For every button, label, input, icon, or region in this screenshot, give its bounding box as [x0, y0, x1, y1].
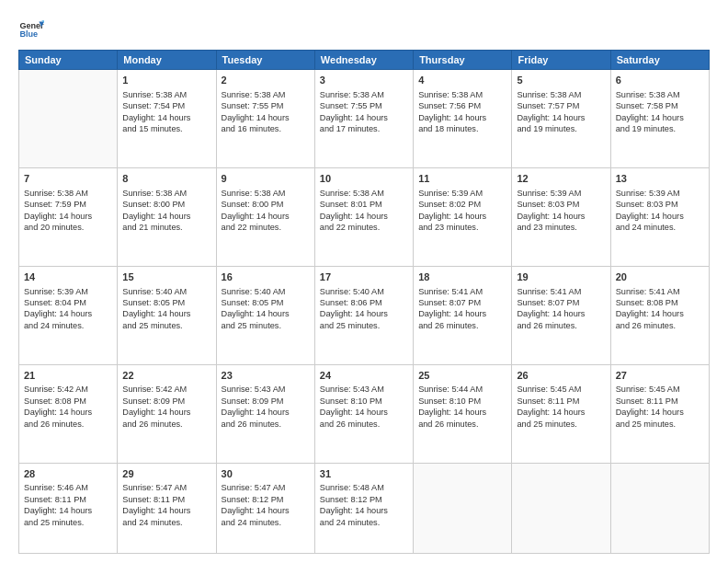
day-number: 6 — [616, 74, 704, 87]
calendar-week-3: 14Sunrise: 5:39 AM Sunset: 8:04 PM Dayli… — [19, 266, 710, 364]
day-info: Sunrise: 5:41 AM Sunset: 8:08 PM Dayligh… — [616, 286, 704, 332]
day-info: Sunrise: 5:38 AM Sunset: 7:55 PM Dayligh… — [222, 89, 310, 135]
day-info: Sunrise: 5:40 AM Sunset: 8:06 PM Dayligh… — [320, 286, 408, 332]
calendar-cell: 20Sunrise: 5:41 AM Sunset: 8:08 PM Dayli… — [610, 266, 709, 364]
day-info: Sunrise: 5:44 AM Sunset: 8:10 PM Dayligh… — [418, 384, 506, 430]
day-number: 2 — [222, 74, 310, 87]
day-info: Sunrise: 5:41 AM Sunset: 8:07 PM Dayligh… — [517, 286, 605, 332]
calendar-cell: 29Sunrise: 5:47 AM Sunset: 8:11 PM Dayli… — [118, 463, 216, 554]
calendar-cell: 13Sunrise: 5:39 AM Sunset: 8:03 PM Dayli… — [610, 167, 709, 266]
calendar-cell: 25Sunrise: 5:44 AM Sunset: 8:10 PM Dayli… — [414, 364, 512, 463]
day-number: 24 — [320, 369, 408, 383]
day-number: 5 — [517, 74, 605, 87]
calendar-cell: 8Sunrise: 5:38 AM Sunset: 8:00 PM Daylig… — [118, 167, 216, 266]
day-number: 13 — [616, 172, 704, 186]
day-number: 18 — [418, 270, 506, 284]
day-number: 29 — [122, 467, 210, 481]
day-info: Sunrise: 5:40 AM Sunset: 8:05 PM Dayligh… — [122, 286, 210, 332]
day-number: 28 — [24, 467, 112, 481]
calendar-cell: 11Sunrise: 5:39 AM Sunset: 8:02 PM Dayli… — [414, 167, 512, 266]
day-info: Sunrise: 5:47 AM Sunset: 8:11 PM Dayligh… — [122, 482, 210, 528]
calendar-cell: 5Sunrise: 5:38 AM Sunset: 7:57 PM Daylig… — [512, 70, 610, 168]
calendar-cell: 21Sunrise: 5:42 AM Sunset: 8:08 PM Dayli… — [19, 364, 118, 463]
day-info: Sunrise: 5:46 AM Sunset: 8:11 PM Dayligh… — [24, 482, 112, 528]
day-number: 4 — [418, 74, 506, 87]
day-number: 16 — [222, 270, 310, 284]
day-number: 11 — [418, 172, 506, 186]
day-number: 10 — [320, 172, 408, 186]
day-info: Sunrise: 5:43 AM Sunset: 8:10 PM Dayligh… — [320, 384, 408, 430]
day-number: 12 — [517, 172, 605, 186]
day-number: 20 — [616, 270, 704, 284]
calendar-week-5: 28Sunrise: 5:46 AM Sunset: 8:11 PM Dayli… — [19, 463, 710, 554]
day-info: Sunrise: 5:45 AM Sunset: 8:11 PM Dayligh… — [517, 384, 605, 430]
day-number: 9 — [222, 172, 310, 186]
calendar-cell: 3Sunrise: 5:38 AM Sunset: 7:55 PM Daylig… — [314, 70, 413, 168]
calendar-week-1: 1Sunrise: 5:38 AM Sunset: 7:54 PM Daylig… — [19, 70, 710, 168]
day-number: 3 — [320, 74, 408, 87]
calendar-cell: 1Sunrise: 5:38 AM Sunset: 7:54 PM Daylig… — [118, 70, 216, 168]
col-header-thursday: Thursday — [414, 51, 512, 70]
day-info: Sunrise: 5:42 AM Sunset: 8:09 PM Dayligh… — [122, 384, 210, 430]
calendar-cell: 7Sunrise: 5:38 AM Sunset: 7:59 PM Daylig… — [19, 167, 118, 266]
calendar-cell: 10Sunrise: 5:38 AM Sunset: 8:01 PM Dayli… — [314, 167, 413, 266]
calendar-cell: 23Sunrise: 5:43 AM Sunset: 8:09 PM Dayli… — [216, 364, 314, 463]
calendar-cell — [512, 463, 610, 554]
calendar-cell: 31Sunrise: 5:48 AM Sunset: 8:12 PM Dayli… — [314, 463, 413, 554]
day-info: Sunrise: 5:48 AM Sunset: 8:12 PM Dayligh… — [320, 482, 408, 528]
calendar-cell: 30Sunrise: 5:47 AM Sunset: 8:12 PM Dayli… — [216, 463, 314, 554]
day-number: 31 — [320, 467, 408, 481]
day-info: Sunrise: 5:38 AM Sunset: 7:55 PM Dayligh… — [320, 89, 408, 135]
col-header-saturday: Saturday — [610, 51, 709, 70]
day-info: Sunrise: 5:41 AM Sunset: 8:07 PM Dayligh… — [418, 286, 506, 332]
calendar-week-4: 21Sunrise: 5:42 AM Sunset: 8:08 PM Dayli… — [19, 364, 710, 463]
calendar-cell: 26Sunrise: 5:45 AM Sunset: 8:11 PM Dayli… — [512, 364, 610, 463]
calendar-cell — [610, 463, 709, 554]
day-number: 17 — [320, 270, 408, 284]
calendar-week-2: 7Sunrise: 5:38 AM Sunset: 7:59 PM Daylig… — [19, 167, 710, 266]
day-number: 14 — [24, 270, 112, 284]
day-number: 15 — [122, 270, 210, 284]
calendar-cell — [19, 70, 118, 168]
calendar-cell: 28Sunrise: 5:46 AM Sunset: 8:11 PM Dayli… — [19, 463, 118, 554]
day-number: 23 — [222, 369, 310, 383]
day-number: 22 — [122, 369, 210, 383]
day-number: 26 — [517, 369, 605, 383]
calendar-cell: 14Sunrise: 5:39 AM Sunset: 8:04 PM Dayli… — [19, 266, 118, 364]
col-header-tuesday: Tuesday — [216, 51, 314, 70]
calendar-cell: 4Sunrise: 5:38 AM Sunset: 7:56 PM Daylig… — [414, 70, 512, 168]
day-info: Sunrise: 5:47 AM Sunset: 8:12 PM Dayligh… — [222, 482, 310, 528]
day-info: Sunrise: 5:39 AM Sunset: 8:02 PM Dayligh… — [418, 188, 506, 234]
calendar-header-row: SundayMondayTuesdayWednesdayThursdayFrid… — [19, 51, 710, 70]
day-info: Sunrise: 5:38 AM Sunset: 8:00 PM Dayligh… — [122, 188, 210, 234]
calendar-table: SundayMondayTuesdayWednesdayThursdayFrid… — [18, 50, 710, 554]
day-info: Sunrise: 5:38 AM Sunset: 7:54 PM Dayligh… — [122, 89, 210, 135]
calendar-cell: 19Sunrise: 5:41 AM Sunset: 8:07 PM Dayli… — [512, 266, 610, 364]
col-header-friday: Friday — [512, 51, 610, 70]
calendar-cell: 24Sunrise: 5:43 AM Sunset: 8:10 PM Dayli… — [314, 364, 413, 463]
day-info: Sunrise: 5:38 AM Sunset: 8:01 PM Dayligh… — [320, 188, 408, 234]
calendar-cell: 27Sunrise: 5:45 AM Sunset: 8:11 PM Dayli… — [610, 364, 709, 463]
day-info: Sunrise: 5:38 AM Sunset: 7:59 PM Dayligh… — [24, 188, 112, 234]
calendar-cell: 2Sunrise: 5:38 AM Sunset: 7:55 PM Daylig… — [216, 70, 314, 168]
calendar-cell: 15Sunrise: 5:40 AM Sunset: 8:05 PM Dayli… — [118, 266, 216, 364]
day-info: Sunrise: 5:38 AM Sunset: 8:00 PM Dayligh… — [222, 188, 310, 234]
day-number: 27 — [616, 369, 704, 383]
day-number: 7 — [24, 172, 112, 186]
calendar-cell: 18Sunrise: 5:41 AM Sunset: 8:07 PM Dayli… — [414, 266, 512, 364]
logo-icon: General Blue — [18, 17, 44, 42]
calendar-cell: 17Sunrise: 5:40 AM Sunset: 8:06 PM Dayli… — [314, 266, 413, 364]
day-info: Sunrise: 5:38 AM Sunset: 7:58 PM Dayligh… — [616, 89, 704, 135]
calendar-cell: 16Sunrise: 5:40 AM Sunset: 8:05 PM Dayli… — [216, 266, 314, 364]
day-info: Sunrise: 5:39 AM Sunset: 8:03 PM Dayligh… — [616, 188, 704, 234]
day-number: 30 — [222, 467, 310, 481]
day-number: 21 — [24, 369, 112, 383]
day-info: Sunrise: 5:43 AM Sunset: 8:09 PM Dayligh… — [222, 384, 310, 430]
day-number: 19 — [517, 270, 605, 284]
day-info: Sunrise: 5:38 AM Sunset: 7:56 PM Dayligh… — [418, 89, 506, 135]
calendar-body: 1Sunrise: 5:38 AM Sunset: 7:54 PM Daylig… — [19, 70, 710, 554]
col-header-wednesday: Wednesday — [314, 51, 413, 70]
day-info: Sunrise: 5:45 AM Sunset: 8:11 PM Dayligh… — [616, 384, 704, 430]
day-info: Sunrise: 5:39 AM Sunset: 8:04 PM Dayligh… — [24, 286, 112, 332]
col-header-monday: Monday — [118, 51, 216, 70]
